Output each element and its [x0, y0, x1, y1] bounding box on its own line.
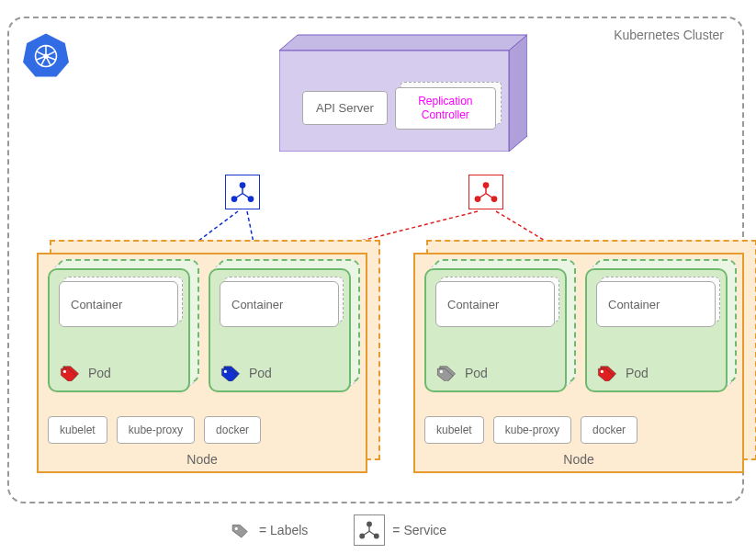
- legend-service-text: = Service: [392, 523, 446, 537]
- svg-point-33: [235, 527, 238, 530]
- pod: ContainerPod: [424, 268, 567, 392]
- svg-marker-10: [279, 35, 527, 51]
- replication-controller-stack: Replication Controller: [395, 87, 496, 130]
- node-component: kube-proxy: [117, 416, 195, 444]
- cluster-boundary: Kubernetes Cluster Kubernetes Master: [7, 17, 744, 503]
- tag-icon: [596, 365, 618, 381]
- node-component: kubelet: [424, 416, 484, 444]
- container-label: Container: [220, 281, 339, 327]
- node-component: kubelet: [48, 416, 107, 444]
- svg-point-29: [63, 370, 66, 373]
- service-icon: [357, 518, 381, 542]
- container-stack: Container: [59, 281, 178, 327]
- pod-label: Pod: [249, 366, 272, 380]
- container-stack: Container: [435, 281, 555, 327]
- node-component: docker: [204, 416, 261, 444]
- container-stack: Container: [220, 281, 339, 327]
- node-2: ContainerPodContainerPod kubeletkube-pro…: [413, 253, 744, 473]
- pod: ContainerPod: [48, 268, 190, 392]
- container-stack: Container: [596, 281, 716, 327]
- pod-label: Pod: [465, 366, 488, 380]
- service-icon: [472, 178, 500, 206]
- node-component: kube-proxy: [493, 416, 571, 444]
- node-1: ContainerPodContainerPod kubeletkube-pro…: [37, 253, 367, 473]
- service-blue: [225, 175, 260, 209]
- api-server-box: API Server: [302, 91, 388, 125]
- service-red: [468, 175, 503, 209]
- svg-point-32: [601, 370, 604, 373]
- legend: = Labels = Service: [230, 514, 446, 546]
- node-component: docker: [581, 416, 638, 444]
- pod-label: Pod: [626, 366, 649, 380]
- tag-icon: [59, 365, 81, 381]
- legend-labels-text: = Labels: [259, 523, 308, 537]
- service-icon: [229, 178, 256, 206]
- legend-labels: = Labels: [230, 522, 308, 538]
- kubernetes-logo-icon: [22, 31, 70, 79]
- pod: ContainerPod: [585, 268, 728, 392]
- pod: ContainerPod: [209, 268, 351, 392]
- node-label: Node: [39, 452, 366, 467]
- legend-service: = Service: [354, 514, 446, 546]
- svg-point-30: [224, 370, 227, 373]
- container-label: Container: [59, 281, 178, 327]
- pod-label: Pod: [88, 366, 111, 380]
- tag-icon: [220, 365, 242, 381]
- tag-icon: [435, 365, 457, 381]
- replication-controller-label: Replication Controller: [395, 87, 496, 130]
- tag-icon: [230, 522, 252, 538]
- svg-point-31: [440, 370, 443, 373]
- container-label: Container: [596, 281, 716, 327]
- node-label: Node: [415, 452, 742, 467]
- kubernetes-master: Kubernetes Master API Server Replication…: [279, 28, 527, 152]
- cluster-title: Kubernetes Cluster: [614, 28, 724, 42]
- container-label: Container: [435, 281, 555, 327]
